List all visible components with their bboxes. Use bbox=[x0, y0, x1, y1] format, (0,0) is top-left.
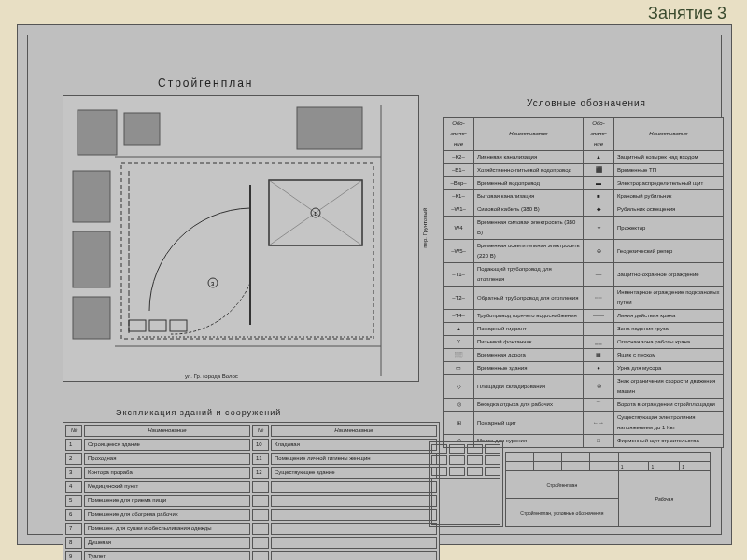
plan-title: Стройгенплан bbox=[158, 77, 253, 90]
explication-title: Экспликация зданий и сооружений bbox=[116, 408, 281, 417]
svg-rect-15 bbox=[149, 320, 166, 331]
svg-rect-0 bbox=[78, 110, 117, 155]
svg-rect-4 bbox=[73, 297, 110, 339]
legend-title: Условные обозначения bbox=[527, 98, 646, 108]
title-block: 111 СтройгенпланРабочая Стройгенплан, ус… bbox=[505, 452, 711, 527]
lesson-header: Занятие 3 bbox=[648, 4, 726, 23]
explication-table: №Наименование №Наименование 1Строящееся … bbox=[63, 422, 440, 560]
svg-rect-16 bbox=[170, 320, 187, 331]
street-bottom-label: ул. Гр. города Волос bbox=[185, 373, 238, 379]
drawing-sheet: Стройгенплан bbox=[17, 24, 732, 545]
revision-grid bbox=[429, 441, 503, 527]
svg-rect-9 bbox=[121, 163, 374, 339]
svg-rect-3 bbox=[73, 231, 110, 287]
svg-rect-2 bbox=[73, 171, 110, 222]
svg-rect-1 bbox=[124, 113, 160, 145]
legend-table: Обо- значе- ниеНаименование Обо- значе- … bbox=[443, 117, 724, 448]
site-plan: 1 3 ул. Гр. города Волос пер. Грунтовый bbox=[63, 95, 419, 382]
svg-rect-14 bbox=[129, 320, 146, 331]
street-right-label: пер. Грунтовый bbox=[422, 208, 428, 248]
svg-rect-5 bbox=[297, 107, 362, 149]
svg-text:3: 3 bbox=[211, 281, 215, 287]
